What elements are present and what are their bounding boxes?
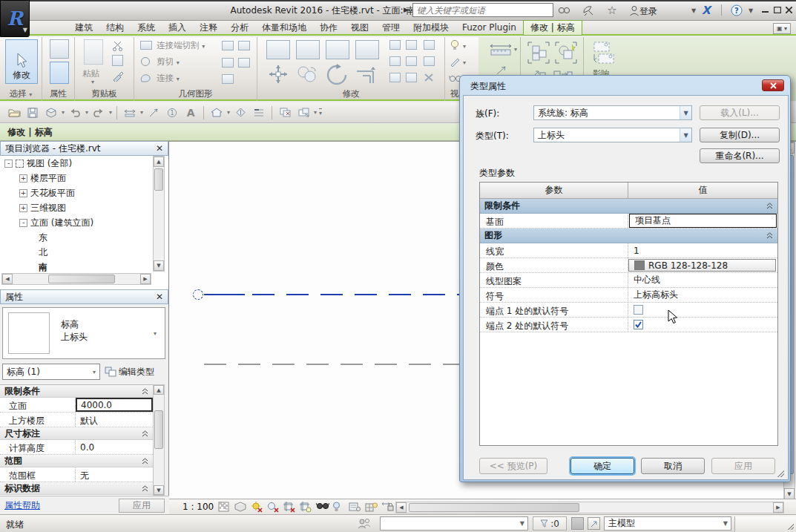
panel-geometry-label[interactable]: 几何图形 (134, 88, 257, 99)
dialog-close-button[interactable] (762, 79, 784, 91)
property-value[interactable]: 0.0 (76, 440, 153, 454)
dimension-dropdown-icon[interactable]: ▾ (140, 109, 143, 116)
ribbon-tab-4[interactable]: 注释 (193, 21, 224, 35)
minimize-button[interactable] (760, 4, 771, 15)
ribbon-tab-6[interactable]: 体量和场地 (255, 21, 313, 35)
ok-button[interactable]: 确定 (570, 458, 634, 474)
paste-icon[interactable] (84, 39, 103, 65)
help-dropdown-icon[interactable]: ▼ (746, 4, 755, 17)
properties-help-link[interactable]: 属性帮助 (4, 499, 40, 512)
properties-apply-button[interactable]: 应用 (119, 499, 165, 513)
tree-item-label[interactable]: 北 (39, 246, 47, 259)
cut-geometry-icon[interactable] (140, 56, 152, 67)
tree-expander-icon[interactable]: + (19, 189, 27, 197)
move-icon[interactable] (268, 64, 289, 85)
text-button[interactable]: A (182, 105, 199, 120)
favorites-star-icon[interactable]: ☆ (602, 4, 622, 17)
array-icon[interactable] (389, 56, 401, 66)
tree-item-label[interactable]: 视图 (全部) (27, 157, 72, 170)
ribbon-tab-8[interactable]: 视图 (344, 21, 375, 35)
visual-style-icon[interactable] (234, 502, 246, 513)
crop-view-icon[interactable] (283, 502, 295, 513)
wall-joins-icon[interactable] (222, 41, 234, 50)
ribbon-tab-11[interactable]: Fuzor Plugin (455, 22, 523, 33)
tree-item[interactable]: 东 (0, 230, 151, 245)
sign-in-label[interactable]: 登录 (639, 5, 657, 18)
save-button[interactable] (24, 105, 41, 120)
tag-by-category-button[interactable]: 1 (164, 105, 180, 120)
filter-combo[interactable]: 标高 (1) ▾ (2, 364, 100, 380)
project-browser-header[interactable]: 项目浏览器 - 住宅楼.rvt ✕ (0, 141, 168, 156)
property-group-header[interactable]: 标识数据 (0, 482, 153, 495)
tree-item-label[interactable]: 三维视图 (30, 202, 66, 214)
beam-joins-icon[interactable] (238, 41, 250, 50)
sun-path-icon[interactable] (251, 502, 263, 513)
tree-item-label[interactable]: 天花板平面 (30, 187, 75, 200)
param-color-value[interactable]: RGB 128-128-128 (628, 259, 776, 272)
panel-modify-label[interactable]: 修改 (257, 88, 444, 99)
type-selector[interactable]: 标高 上标头 ▾ (2, 307, 165, 359)
split-face-icon[interactable] (222, 74, 234, 84)
demolish-icon[interactable] (238, 58, 250, 68)
exchange-apps-icon[interactable]: X (702, 4, 711, 17)
param-value[interactable]: 1 (628, 243, 777, 257)
redo-button[interactable] (91, 105, 107, 120)
view-scale[interactable]: 1 : 100 (182, 502, 214, 512)
property-value[interactable]: 4000.0 (76, 398, 153, 412)
tree-item[interactable]: +天花板平面 (0, 185, 151, 200)
tree-item-label[interactable]: 南 (39, 261, 47, 272)
ribbon-tab-active[interactable]: 修改 | 标高 (523, 20, 582, 36)
ribbon-tab-7[interactable]: 协作 (313, 21, 344, 35)
properties-close-icon[interactable]: ✕ (156, 292, 163, 302)
trim-extend-icon[interactable] (355, 65, 378, 85)
linework-icon[interactable] (450, 56, 461, 67)
aligned-dimension-button[interactable] (122, 105, 138, 120)
match-properties-icon[interactable] (112, 70, 124, 82)
close-hidden-windows-button[interactable] (277, 105, 293, 120)
cut-icon[interactable] (112, 41, 124, 51)
ribbon-tab-10[interactable]: 附加模块 (407, 21, 455, 35)
worksets-combo[interactable]: ▼ (380, 516, 528, 531)
modify-tool-button[interactable]: 修改 (5, 39, 38, 84)
worksharing-display-icon[interactable] (365, 502, 377, 513)
affect-icon[interactable] (591, 41, 615, 66)
dialog-resize-grip[interactable] (777, 470, 784, 477)
project-browser-close-icon[interactable]: ✕ (156, 143, 163, 154)
canvas-hscrollbar[interactable]: ◀ ▶ (395, 502, 784, 513)
tree-item[interactable]: 北 (0, 245, 151, 260)
rotate-icon[interactable] (326, 64, 348, 86)
application-menu-button[interactable]: R ▼ (0, 0, 30, 37)
param-value[interactable]: 上标高标头 (628, 288, 777, 302)
level-line-blue[interactable] (204, 294, 245, 295)
align-icon[interactable] (266, 40, 290, 59)
panel-clipboard-label[interactable]: 剪贴板 (75, 88, 134, 99)
sign-in-dropdown-icon[interactable]: ▼ (684, 4, 703, 17)
ribbon-tab-9[interactable]: 管理 (375, 21, 407, 35)
search-run-icon[interactable]: ▶ (404, 6, 409, 13)
properties-vscrollbar[interactable]: ▲ ▼ (153, 384, 165, 496)
tree-expander-icon[interactable]: - (19, 219, 27, 227)
search-input[interactable] (412, 3, 553, 17)
cut-geometry-label[interactable]: 剪切 ▾ (157, 56, 180, 68)
tree-item[interactable]: +楼层平面 (0, 171, 151, 185)
resize-grip-area[interactable] (734, 516, 796, 532)
communication-center-icon[interactable] (579, 4, 598, 17)
ribbon-state-toggle-button[interactable]: ▣ ▾ (773, 23, 791, 34)
undo-button[interactable] (67, 105, 83, 120)
close-button[interactable] (783, 4, 795, 15)
align-list-icon[interactable] (406, 73, 417, 82)
unjoin-icon[interactable] (222, 58, 234, 68)
crop-region-icon[interactable] (300, 502, 312, 513)
mirror-axis-icon[interactable] (326, 40, 349, 59)
property-group-header[interactable]: 范围 (0, 455, 153, 467)
section-button[interactable] (232, 105, 249, 120)
pin-icon[interactable] (424, 56, 435, 66)
design-option-combo[interactable]: 主模型 ▼ (604, 516, 731, 531)
shadows-icon[interactable] (267, 502, 279, 513)
family-combo[interactable]: 系统族: 标高 ▼ (533, 105, 692, 120)
undo-dropdown-icon[interactable]: ▾ (85, 109, 88, 116)
3d-view-dropdown-icon[interactable]: ▾ (227, 109, 230, 116)
ribbon-tab-5[interactable]: 分析 (224, 21, 255, 35)
value-column-header[interactable]: 值 (628, 183, 777, 198)
measure-button[interactable] (145, 105, 162, 120)
